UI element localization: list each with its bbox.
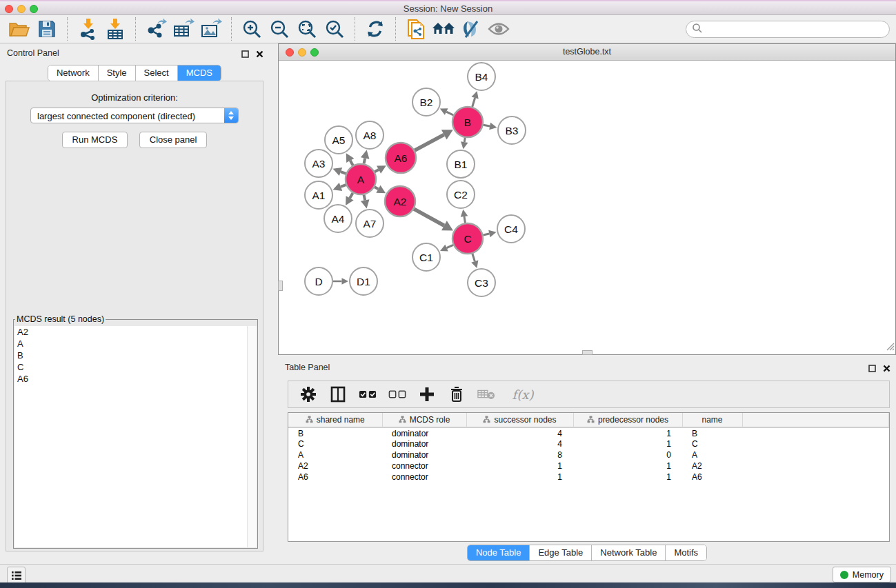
export-image-icon[interactable] xyxy=(197,17,225,41)
open-session-icon[interactable] xyxy=(6,17,33,41)
table-cell[interactable]: 4 xyxy=(466,427,573,438)
graph-edge-A6-B[interactable] xyxy=(415,134,444,150)
column-header-name[interactable]: name xyxy=(682,413,742,427)
table-cell[interactable]: A2 xyxy=(682,460,742,472)
graph-edge-C-C3[interactable] xyxy=(472,254,475,261)
tab-motifs[interactable]: Motifs xyxy=(665,545,706,560)
table-cell[interactable]: B xyxy=(288,427,382,438)
graph-edge-C-C1[interactable] xyxy=(447,245,453,247)
graph-edge-C-C2[interactable] xyxy=(464,216,465,223)
column-header-MCDS-role[interactable]: MCDS role xyxy=(382,413,466,427)
float-panel-icon[interactable] xyxy=(868,363,876,375)
table-cell[interactable]: 4 xyxy=(466,438,573,449)
float-panel-icon[interactable] xyxy=(241,48,249,61)
table-cell[interactable]: 1 xyxy=(466,472,573,483)
column-header-successor-nodes[interactable]: successor nodes xyxy=(466,413,573,427)
graph-edge-A-A7[interactable] xyxy=(364,195,366,201)
close-panel-icon[interactable] xyxy=(256,48,263,61)
table-cell[interactable]: A xyxy=(682,449,742,460)
import-table-icon[interactable] xyxy=(101,17,129,41)
select-all-icon[interactable] xyxy=(359,385,377,404)
clone-network-icon[interactable] xyxy=(402,17,430,41)
table-row[interactable]: Adominator80A xyxy=(288,449,889,460)
resize-grip-icon[interactable] xyxy=(885,341,895,354)
close-panel-icon[interactable] xyxy=(883,363,890,375)
graph-edge-A-A1[interactable] xyxy=(341,185,346,187)
column-header-shared-name[interactable]: shared name xyxy=(288,413,382,427)
graph-edge-A-A4[interactable] xyxy=(350,193,352,198)
tab-node-table[interactable]: Node Table xyxy=(468,545,530,560)
table-cell[interactable]: 1 xyxy=(573,427,682,438)
graph-edge-C-C4[interactable] xyxy=(483,234,489,235)
graph-edge-B-B4[interactable] xyxy=(472,98,475,107)
mcds-result-item[interactable]: A xyxy=(14,338,247,349)
table-cell[interactable]: dominator xyxy=(382,438,466,449)
canvas-left-handle[interactable] xyxy=(278,281,283,291)
add-row-icon[interactable] xyxy=(418,385,436,404)
run-mcds-button[interactable]: Run MCDS xyxy=(62,132,128,148)
table-cell[interactable]: C xyxy=(682,438,742,449)
table-cell[interactable]: 1 xyxy=(573,472,682,483)
graph-edge-A-A2[interactable] xyxy=(375,187,378,189)
refresh-layout-icon[interactable] xyxy=(361,17,389,41)
mcds-result-item[interactable]: A2 xyxy=(14,326,247,338)
eye-icon[interactable] xyxy=(485,17,512,41)
table-cell[interactable]: A xyxy=(288,449,382,460)
close-panel-button[interactable]: Close panel xyxy=(139,132,208,148)
graph-edge-A-A5[interactable] xyxy=(350,161,353,165)
zoom-fit-icon[interactable] xyxy=(293,17,321,41)
graph-edge-B-B2[interactable] xyxy=(446,112,453,115)
table-row[interactable]: Bdominator41B xyxy=(288,427,889,438)
tab-mcds[interactable]: MCDS xyxy=(177,65,221,81)
delete-row-icon[interactable] xyxy=(448,385,466,404)
network-canvas[interactable]: B4B2BB3A8A5A6A3B1AA1C2A2A4A7C4CC1C3DD1 xyxy=(279,61,895,354)
table-cell[interactable]: B xyxy=(682,427,742,438)
search-input[interactable] xyxy=(686,21,890,38)
zoom-selected-icon[interactable] xyxy=(321,17,348,41)
optimization-criterion-select[interactable]: largest connected component (directed) xyxy=(30,108,239,123)
tab-edge-table[interactable]: Edge Table xyxy=(529,545,591,560)
column-header-predecessor-nodes[interactable]: predecessor nodes xyxy=(573,413,682,427)
graph-edge-A-A6[interactable] xyxy=(375,170,379,172)
table-cell[interactable]: A6 xyxy=(288,472,382,483)
canvas-bottom-handle[interactable] xyxy=(582,350,593,355)
unselect-all-icon[interactable] xyxy=(388,385,406,404)
tab-select[interactable]: Select xyxy=(135,65,177,81)
mcds-result-scrollbar[interactable] xyxy=(247,326,257,547)
table-cell[interactable]: 1 xyxy=(573,460,682,472)
table-cell[interactable]: connector xyxy=(382,472,466,483)
table-cell[interactable]: C xyxy=(288,438,382,449)
tab-network-table[interactable]: Network Table xyxy=(591,545,665,560)
graph-edge-B-B3[interactable] xyxy=(484,125,490,126)
table-cell[interactable]: 1 xyxy=(466,460,573,472)
table-row[interactable]: A2connector11A2 xyxy=(288,460,889,472)
hide-panels-icon[interactable] xyxy=(457,17,485,41)
import-network-icon[interactable] xyxy=(74,17,101,41)
node-table[interactable]: shared nameMCDS rolesuccessor nodesprede… xyxy=(288,412,890,542)
network-window-titlebar[interactable]: testGlobe.txt xyxy=(279,44,895,61)
table-cell[interactable]: dominator xyxy=(382,427,466,438)
table-cell[interactable]: 0 xyxy=(573,449,682,460)
table-row[interactable]: A6connector11A6 xyxy=(288,472,889,483)
table-cell[interactable]: connector xyxy=(382,460,466,472)
graph-edge-A-A3[interactable] xyxy=(341,172,346,174)
mcds-result-list[interactable]: A2ABCA6 xyxy=(14,326,247,547)
zoom-out-icon[interactable] xyxy=(266,17,293,41)
tab-network[interactable]: Network xyxy=(48,65,98,81)
save-session-icon[interactable] xyxy=(33,17,61,41)
home-icon[interactable] xyxy=(430,17,457,41)
table-cell[interactable]: A2 xyxy=(288,460,382,472)
graph-edge-B-B1[interactable] xyxy=(464,138,465,142)
mcds-result-item[interactable]: C xyxy=(14,361,247,373)
graph-edge-A-A8[interactable] xyxy=(364,159,366,164)
table-cell[interactable]: 8 xyxy=(466,449,573,460)
zoom-in-icon[interactable] xyxy=(238,17,266,41)
table-row[interactable]: Cdominator41C xyxy=(288,438,889,449)
table-cell[interactable]: A6 xyxy=(682,472,742,483)
memory-button[interactable]: Memory xyxy=(833,567,891,582)
table-cell[interactable]: dominator xyxy=(382,449,466,460)
show-column-icon[interactable] xyxy=(329,385,347,404)
graph-edge-A2-C[interactable] xyxy=(414,209,444,225)
mcds-result-item[interactable]: B xyxy=(14,349,247,361)
export-table-icon[interactable] xyxy=(170,17,197,41)
